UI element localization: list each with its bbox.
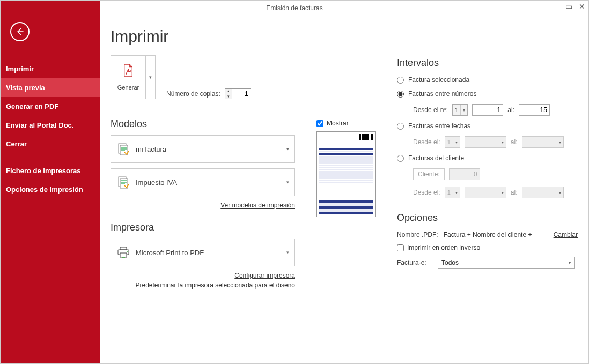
al-label-2: al: bbox=[511, 138, 518, 146]
svg-rect-8 bbox=[120, 253, 127, 257]
sidebar-item-imprimir[interactable]: Imprimir bbox=[1, 60, 100, 78]
cliente-label: Cliente: bbox=[413, 168, 445, 180]
desde-fecha-label: Desde el: bbox=[413, 138, 440, 146]
radio-label-entre-numeros: Facturas entre números bbox=[408, 90, 476, 98]
modelo-2-label: Impuesto IVA bbox=[136, 179, 286, 187]
generate-label: Generar bbox=[117, 84, 139, 91]
nombre-pdf-value: Factura + Nombre del cliente + bbox=[444, 231, 532, 239]
impresora-heading: Impresora bbox=[111, 222, 295, 233]
sidebar-item-cerrar[interactable]: Cerrar bbox=[1, 135, 100, 153]
sidebar-item-opciones-impresion[interactable]: Opciones de impresión bbox=[1, 180, 100, 199]
radio-factura-seleccionada[interactable] bbox=[397, 77, 404, 84]
radio-row-seleccionada: Factura seleccionada bbox=[397, 76, 578, 84]
ver-modelos-link[interactable]: Ver modelos de impresión bbox=[220, 202, 295, 209]
fecha-serie-select: 1▾ bbox=[445, 136, 460, 148]
cliente-al-label: al: bbox=[511, 189, 518, 196]
barcode-icon bbox=[359, 134, 373, 142]
opciones-heading: Opciones bbox=[397, 212, 578, 224]
modelo-select-2[interactable]: Impuesto IVA ▾ bbox=[111, 168, 295, 196]
pdf-icon bbox=[122, 64, 134, 81]
nombre-pdf-row: Nombre .PDF: Factura + Nombre del client… bbox=[397, 231, 578, 239]
document-icon bbox=[116, 142, 130, 156]
sidebar-item-vista-previa[interactable]: Vista previa bbox=[1, 78, 100, 97]
chevron-down-icon: ▾ bbox=[557, 190, 563, 195]
modelo-1-label: mi factura bbox=[136, 145, 286, 153]
copies-spinner: ▲ ▼ bbox=[225, 88, 251, 99]
mostrar-checkbox[interactable] bbox=[316, 120, 323, 127]
facturae-row: Factura-e: Todos ▾ bbox=[397, 257, 578, 269]
copies-up[interactable]: ▲ bbox=[225, 89, 232, 94]
cliente-fecha-inputs: Desde el: 1▾ ▾ al: ▾ bbox=[397, 187, 578, 198]
chevron-down-icon: ▾ bbox=[499, 140, 506, 145]
preview-content bbox=[319, 134, 373, 214]
chevron-down-icon: ▾ bbox=[286, 180, 289, 185]
configurar-impresora-link[interactable]: Configurar impresora bbox=[234, 272, 295, 279]
modelo-select-1[interactable]: mi factura ▾ bbox=[111, 135, 295, 163]
cliente-fecha-hasta: ▾ bbox=[522, 187, 564, 198]
copies-input[interactable] bbox=[232, 90, 251, 98]
facturae-value: Todos bbox=[441, 259, 459, 266]
nombre-pdf-label: Nombre .PDF: bbox=[397, 231, 438, 239]
orden-inverso-checkbox[interactable] bbox=[397, 244, 404, 251]
hasta-num-input[interactable] bbox=[519, 104, 550, 116]
sidebar-item-fichero-impresoras[interactable]: Fichero de impresoras bbox=[1, 161, 100, 180]
cliente-desde-label: Desde el: bbox=[413, 189, 440, 196]
sidebar-item-enviar-portal[interactable]: Enviar al Portal Doc. bbox=[1, 116, 100, 135]
sidebar: Imprimir Vista previa Generar en PDF Env… bbox=[1, 1, 100, 364]
cliente-serie-select: 1▾ bbox=[445, 187, 460, 198]
cliente-fecha-desde: ▾ bbox=[465, 187, 506, 198]
main-panel: Imprimir Generar ▾ Número de copias: ▲ ▼ bbox=[100, 17, 588, 363]
page-title: Imprimir bbox=[111, 27, 578, 46]
back-button[interactable] bbox=[10, 22, 30, 41]
al-label: al: bbox=[507, 106, 514, 114]
radio-row-del-cliente: Facturas del cliente bbox=[397, 154, 578, 162]
window-controls: ▭ ✕ bbox=[565, 3, 585, 10]
radio-del-cliente[interactable] bbox=[397, 155, 404, 162]
copies-down[interactable]: ▼ bbox=[225, 94, 232, 99]
fecha-hasta-select: ▾ bbox=[522, 136, 564, 148]
radio-entre-fechas[interactable] bbox=[397, 123, 404, 130]
chevron-down-icon: ▾ bbox=[453, 137, 460, 147]
svg-rect-6 bbox=[120, 247, 127, 250]
radio-row-entre-fechas: Facturas entre fechas bbox=[397, 122, 578, 130]
facturae-label: Factura-e: bbox=[397, 259, 432, 266]
entre-fechas-inputs: Desde el: 1▾ ▾ al: ▾ bbox=[397, 136, 578, 148]
cliente-input bbox=[449, 168, 480, 180]
fecha-desde-select: ▾ bbox=[465, 136, 506, 148]
copies-label: Número de copias: bbox=[166, 90, 220, 98]
mostrar-checkbox-row: Mostrar bbox=[316, 120, 376, 127]
predeterminar-impresora-link[interactable]: Predeterminar la impresora seleccionada … bbox=[136, 281, 296, 289]
impresora-label: Microsoft Print to PDF bbox=[136, 249, 286, 257]
sidebar-separator bbox=[5, 158, 94, 158]
preview-thumbnail[interactable] bbox=[316, 131, 376, 217]
chevron-down-icon: ▾ bbox=[286, 146, 289, 152]
svg-rect-3 bbox=[120, 145, 128, 155]
chevron-down-icon: ▾ bbox=[460, 105, 467, 115]
radio-entre-numeros[interactable] bbox=[397, 91, 404, 98]
impresora-select[interactable]: Microsoft Print to PDF ▾ bbox=[111, 239, 295, 266]
svg-point-1 bbox=[126, 73, 127, 75]
entre-numeros-inputs: Desde el nº: 1▾ al: bbox=[397, 104, 578, 116]
svg-rect-5 bbox=[120, 179, 128, 188]
generate-dropdown[interactable]: ▾ bbox=[145, 56, 155, 99]
printer-icon bbox=[116, 246, 130, 259]
desde-num-serie-select[interactable]: 1▾ bbox=[452, 104, 468, 116]
close-icon[interactable]: ✕ bbox=[579, 3, 585, 10]
copies-control: Número de copias: ▲ ▼ bbox=[166, 88, 251, 99]
radio-label-del-cliente: Facturas del cliente bbox=[408, 154, 464, 162]
radio-label-entre-fechas: Facturas entre fechas bbox=[408, 122, 470, 130]
sidebar-item-generar-pdf[interactable]: Generar en PDF bbox=[1, 97, 100, 116]
cambiar-link[interactable]: Cambiar bbox=[554, 231, 578, 239]
desde-num-input[interactable] bbox=[472, 104, 503, 116]
desde-num-label: Desde el nº: bbox=[413, 106, 448, 114]
chevron-down-icon: ▾ bbox=[286, 250, 289, 255]
facturae-select[interactable]: Todos ▾ bbox=[438, 257, 575, 269]
orden-inverso-row: Imprimir en orden inverso bbox=[397, 244, 578, 251]
radio-row-entre-numeros: Facturas entre números bbox=[397, 90, 578, 98]
maximize-icon[interactable]: ▭ bbox=[565, 3, 572, 10]
cliente-inputs: Cliente: bbox=[397, 168, 578, 180]
chevron-down-icon: ▾ bbox=[453, 187, 460, 198]
document-icon bbox=[116, 175, 130, 189]
generate-button[interactable]: Generar bbox=[111, 56, 145, 99]
modelos-heading: Modelos bbox=[111, 118, 295, 130]
